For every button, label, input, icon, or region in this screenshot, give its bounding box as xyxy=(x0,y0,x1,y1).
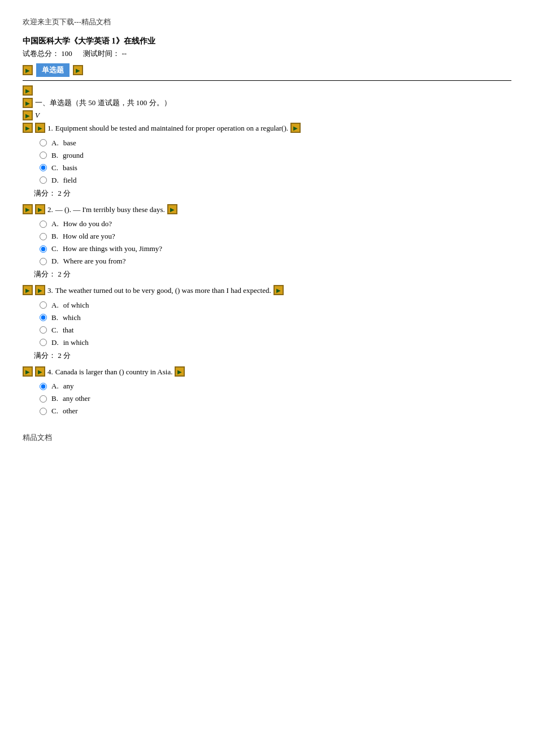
q1-arrow-3 xyxy=(290,123,301,133)
q2-radio-b[interactable] xyxy=(40,233,47,240)
q1-text-c: basis xyxy=(63,163,77,172)
q2-radio-c[interactable] xyxy=(40,245,47,253)
q4-radio-c[interactable] xyxy=(40,408,47,415)
q3-text-d: in which xyxy=(63,338,89,347)
v-label-row: V xyxy=(23,110,511,120)
q3-radio-d[interactable] xyxy=(40,339,47,346)
q2-option-d[interactable]: D. Where are you from? xyxy=(40,257,511,266)
q4-text-b: any other xyxy=(63,394,90,403)
q3-label-a: A. xyxy=(51,301,59,310)
q3-arrow-3 xyxy=(273,285,284,295)
q2-radio-d[interactable] xyxy=(40,258,47,265)
q3-radio-b[interactable] xyxy=(40,314,47,321)
q4-option-b[interactable]: B. any other xyxy=(40,394,511,403)
sub-arrow-icon-2 xyxy=(23,98,33,108)
q2-arrow-3 xyxy=(167,204,177,214)
q3-label-b: B. xyxy=(51,313,58,322)
q4-text-a: any xyxy=(63,382,74,391)
q3-radio-c[interactable] xyxy=(40,326,47,334)
question-4-text: Canada is larger than () country in Asia… xyxy=(55,366,173,378)
q1-score: 满分： 2 分 xyxy=(34,188,511,198)
q2-radio-a[interactable] xyxy=(40,221,47,228)
q2-label-a: A. xyxy=(51,219,59,228)
question-2-text: — (). — I'm terribly busy these days. xyxy=(55,204,165,215)
question-1-number: 1. xyxy=(47,123,53,134)
q1-text-d: field xyxy=(63,176,77,185)
q4-option-c[interactable]: C. other xyxy=(40,407,511,416)
q2-label-b: B. xyxy=(51,232,58,241)
question-1-text: Equipment should be tested and maintaine… xyxy=(55,123,288,134)
q1-radio-a[interactable] xyxy=(40,139,47,146)
q3-label-d: D. xyxy=(51,338,59,347)
q1-label-a: A. xyxy=(51,139,59,148)
q1-arrow-2 xyxy=(35,123,45,133)
sub-section-arrow-row xyxy=(23,85,511,96)
q4-radio-a[interactable] xyxy=(40,383,47,390)
q1-radio-d[interactable] xyxy=(40,176,47,184)
question-4-line: 4. Canada is larger than () country in A… xyxy=(23,366,511,378)
section-intro-row: 一、单选题（共 50 道试题，共 100 分。） xyxy=(23,98,511,108)
q3-text-b: which xyxy=(63,313,81,322)
sub-arrow-icon-3 xyxy=(23,110,33,120)
q4-label-b: B. xyxy=(51,394,58,403)
q4-option-a[interactable]: A. any xyxy=(40,382,511,391)
q4-radio-b[interactable] xyxy=(40,395,47,403)
q3-radio-a[interactable] xyxy=(40,301,47,309)
q3-arrow-1 xyxy=(23,285,33,295)
q2-label-d: D. xyxy=(51,257,59,266)
q4-arrow-2 xyxy=(35,366,45,377)
q4-arrow-3 xyxy=(175,366,185,377)
question-3-number: 3. xyxy=(47,285,53,296)
q2-arrow-2 xyxy=(35,204,45,214)
section-label: 单选题 xyxy=(36,63,70,77)
question-3-line: 3. The weather turned out to be very goo… xyxy=(23,285,511,296)
question-2: 2. — (). — I'm terribly busy these days.… xyxy=(23,204,511,280)
question-4-number: 4. xyxy=(47,366,53,378)
q2-score: 满分： 2 分 xyxy=(34,269,511,279)
section-arrow-icon-2 xyxy=(73,65,83,75)
q1-radio-c[interactable] xyxy=(40,164,47,171)
score-meta: 试卷总分： 100 测试时间： -- xyxy=(23,49,127,59)
exam-title: 中国医科大学《大学英语 1》在线作业 xyxy=(23,36,511,46)
q1-label-c: C. xyxy=(51,163,58,172)
q1-option-c[interactable]: C. basis xyxy=(40,163,511,172)
q1-label-b: B. xyxy=(51,151,58,160)
question-3-text: The weather turned out to be very good, … xyxy=(55,285,271,296)
q2-arrow-1 xyxy=(23,204,33,214)
q3-label-c: C. xyxy=(51,326,58,335)
q1-radio-b[interactable] xyxy=(40,152,47,159)
q2-option-b[interactable]: B. How old are you? xyxy=(40,232,511,241)
q1-option-d[interactable]: D. field xyxy=(40,176,511,185)
sub-arrow-icon-1 xyxy=(23,85,33,96)
q4-arrow-1 xyxy=(23,366,33,377)
v-label: V xyxy=(35,111,40,120)
question-4: 4. Canada is larger than () country in A… xyxy=(23,366,511,416)
question-2-number: 2. xyxy=(47,204,53,215)
q2-text-d: Where are you from? xyxy=(63,257,126,266)
q3-score: 满分： 2 分 xyxy=(34,351,511,361)
q1-option-a[interactable]: A. base xyxy=(40,139,511,148)
section-intro-text: 一、单选题（共 50 道试题，共 100 分。） xyxy=(35,98,171,108)
q3-text-c: that xyxy=(63,326,74,335)
q2-label-c: C. xyxy=(51,244,58,253)
q3-arrow-2 xyxy=(35,285,45,295)
q4-label-c: C. xyxy=(51,407,58,416)
section-divider xyxy=(23,80,511,81)
question-1-line: 1. Equipment should be tested and mainta… xyxy=(23,123,511,134)
question-2-line: 2. — (). — I'm terribly busy these days. xyxy=(23,204,511,215)
q4-text-c: other xyxy=(63,407,78,416)
question-1: 1. Equipment should be tested and mainta… xyxy=(23,123,511,198)
q1-option-b[interactable]: B. ground xyxy=(40,151,511,160)
q3-option-d[interactable]: D. in which xyxy=(40,338,511,347)
q3-option-c[interactable]: C. that xyxy=(40,326,511,335)
section-arrow-icon-1 xyxy=(23,65,33,75)
welcome-text: 欢迎来主页下载---精品文档 xyxy=(23,11,511,27)
q2-option-c[interactable]: C. How are things with you, Jimmy? xyxy=(40,244,511,253)
q2-text-b: How old are you? xyxy=(63,232,115,241)
exam-meta: 试卷总分： 100 测试时间： -- xyxy=(23,49,511,59)
q1-text-b: ground xyxy=(63,151,84,160)
q3-option-a[interactable]: A. of which xyxy=(40,301,511,310)
q2-option-a[interactable]: A. How do you do? xyxy=(40,219,511,228)
question-3: 3. The weather turned out to be very goo… xyxy=(23,285,511,361)
q3-option-b[interactable]: B. which xyxy=(40,313,511,322)
